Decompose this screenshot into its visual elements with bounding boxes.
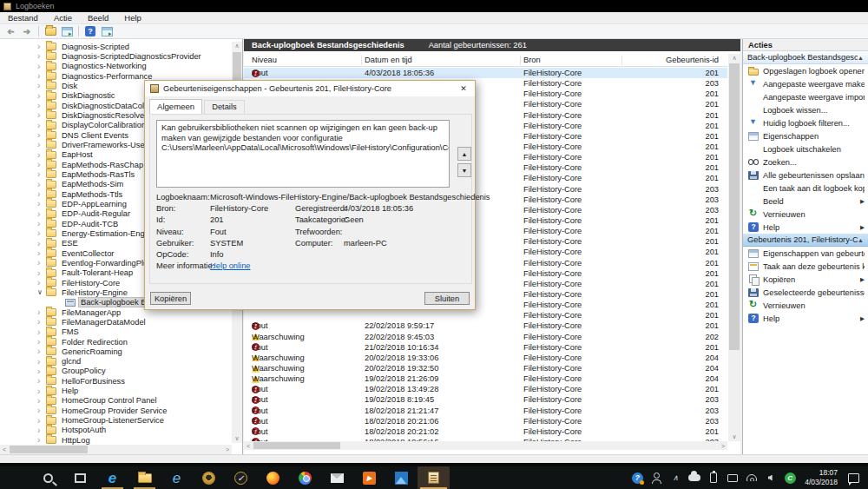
tree-item[interactable]: glcnd [0,357,231,367]
chevron-icon[interactable] [37,51,46,61]
event-row[interactable]: Fout 21/02/2018 10:16:34 FileHistory-Cor… [244,342,727,353]
column-gebeurtenis-id[interactable]: Gebeurtenis-id [625,54,719,66]
gold-app-icon[interactable] [193,466,225,489]
action-item[interactable]: Eigenschappen [743,129,868,142]
scroll-down-icon[interactable]: ∨ [232,434,242,443]
tree-item[interactable]: Diagnosis-ScriptedDiagnosticsProvider [0,51,231,61]
copy-button[interactable]: Kopiëren [150,292,191,305]
chrome-icon[interactable] [289,466,321,489]
scroll-left-icon[interactable]: < [244,441,253,450]
tab-algemeen[interactable]: Algemeen [149,99,202,114]
list-horizontal-scrollbar[interactable]: < > [244,441,727,450]
chevron-icon[interactable] [37,337,46,347]
tree-item[interactable]: HomeGroup-ListenerService [0,415,231,425]
taskbar-clock[interactable]: 18:07 4/03/2018 [799,468,845,486]
event-row[interactable]: Fout 18/02/2018 20:21:02 FileHistory-Cor… [244,426,727,437]
chevron-icon[interactable] [37,357,46,367]
security-icon[interactable]: C [780,466,799,489]
search-button[interactable] [32,466,64,489]
tree-item[interactable]: HomeGroup Provider Service [0,406,231,415]
event-row[interactable]: Waarschuwing 19/02/2018 21:26:09 FileHis… [244,373,727,384]
action-item[interactable]: Help ▶ [743,312,868,325]
film-tv-icon[interactable]: ▶ [353,466,385,489]
event-row[interactable]: Waarschuwing 20/02/2018 19:32:50 FileHis… [244,363,727,373]
menu-item[interactable]: Actie [46,12,80,23]
action-item[interactable]: Help ▶ [743,221,868,234]
action-center-icon[interactable] [848,473,859,483]
file-explorer-icon[interactable] [128,466,161,489]
show-action-pane-button[interactable] [100,25,114,37]
tree-horizontal-scrollbar[interactable]: < > [0,445,232,454]
tree-item[interactable]: HomeGroup Control Panel [0,396,231,406]
action-item[interactable]: Huidig logboek filteren... [743,116,868,129]
chevron-icon[interactable] [37,396,46,406]
action-item[interactable]: Aangepaste weergave importer... [743,90,868,103]
previous-event-button[interactable]: ▲ [457,147,471,161]
action-item[interactable]: Een taak aan dit logboek koppel... [743,182,868,195]
next-event-button[interactable]: ▼ [457,163,471,177]
chevron-icon[interactable] [37,248,46,258]
tree-item[interactable]: Diagnosis-Scripted [0,42,231,51]
edge-icon[interactable]: e [96,466,128,489]
onedrive-icon[interactable] [685,466,704,489]
chevron-icon[interactable] [37,278,46,287]
forward-button[interactable] [20,25,34,37]
scrollbar-thumb[interactable] [729,63,740,350]
chevron-icon[interactable] [37,209,46,219]
scrollbar-thumb[interactable] [10,446,88,453]
scroll-right-icon[interactable]: > [719,441,727,450]
scroll-up-icon[interactable]: ∧ [232,42,242,50]
tree-item[interactable]: Folder Redirection [0,337,231,347]
help-button[interactable]: ? [83,25,97,37]
list-vertical-scrollbar[interactable]: ∧ ∨ [728,54,740,441]
event-row[interactable]: Fout 4/03/2018 18:05:36 FileHistory-Core… [244,68,727,78]
column-bron[interactable]: Bron [523,54,623,66]
tree-item[interactable]: GroupPolicy [0,367,231,376]
event-row[interactable]: Fout 18/02/2018 21:21:47 FileHistory-Cor… [244,406,727,416]
photos-icon[interactable] [385,466,418,489]
chevron-icon[interactable] [37,91,46,101]
chevron-icon[interactable] [37,435,46,445]
device-icon[interactable] [723,466,742,489]
chevron-icon[interactable] [37,199,46,208]
collapse-icon[interactable]: ▲ [858,237,864,243]
actions-section-log[interactable]: Back-uplogboek Bestandsgeschiede... ▲ [743,51,868,64]
tree-item[interactable]: HttpLog [0,435,231,445]
event-viewer-icon[interactable] [418,466,450,489]
action-item[interactable]: Logboek uitschakelen [743,142,868,155]
chevron-icon[interactable] [37,101,46,110]
close-icon[interactable]: ✕ [452,81,475,96]
firefox-icon[interactable] [257,466,289,489]
tree-item[interactable]: HotspotAuth [0,426,231,435]
action-item[interactable]: Vernieuwen [743,299,868,312]
scroll-left-icon[interactable]: < [0,445,9,454]
help-tray-icon[interactable]: ? [628,466,647,489]
tree-item[interactable]: FMS [0,327,231,337]
column-datum[interactable]: Datum en tijd [365,54,516,66]
open-saved-log-button[interactable] [43,25,57,37]
menu-item[interactable]: Bestand [0,12,46,23]
chevron-icon[interactable] [37,189,46,199]
action-item[interactable]: Beeld ▶ [743,195,868,208]
mail-icon[interactable] [321,466,353,489]
action-item[interactable]: Alle gebeurtenissen opslaan als... [743,169,868,182]
chevron-icon[interactable] [37,169,46,179]
chevron-icon[interactable] [37,110,46,120]
chevron-icon[interactable] [37,71,46,81]
action-item[interactable]: Eigenschappen van gebeurtenis [743,247,868,260]
action-item[interactable]: Logboek wissen... [743,103,868,116]
chevron-icon[interactable] [37,307,46,317]
event-row[interactable]: Waarschuwing 20/02/2018 19:33:06 FileHis… [244,353,727,363]
action-item[interactable]: Aangepaste weergave maken... [743,77,868,90]
hidden-icons-chevron[interactable]: ∧ [666,466,685,489]
event-row[interactable]: Fout 22/02/2018 9:59:17 FileHistory-Core… [244,320,727,331]
action-item[interactable]: Taak aan deze gebeurtenis kopp... [743,260,868,273]
action-item[interactable]: Zoeken... [743,155,868,169]
action-item[interactable]: Opgeslagen logboek openen... [743,64,868,77]
scroll-down-icon[interactable]: ∨ [728,433,740,441]
chevron-icon[interactable] [37,376,46,386]
action-item[interactable]: Vernieuwen [743,208,868,221]
collapse-icon[interactable]: ▲ [858,55,864,61]
chevron-icon[interactable] [37,42,46,51]
internet-explorer-icon[interactable]: e [161,466,193,489]
